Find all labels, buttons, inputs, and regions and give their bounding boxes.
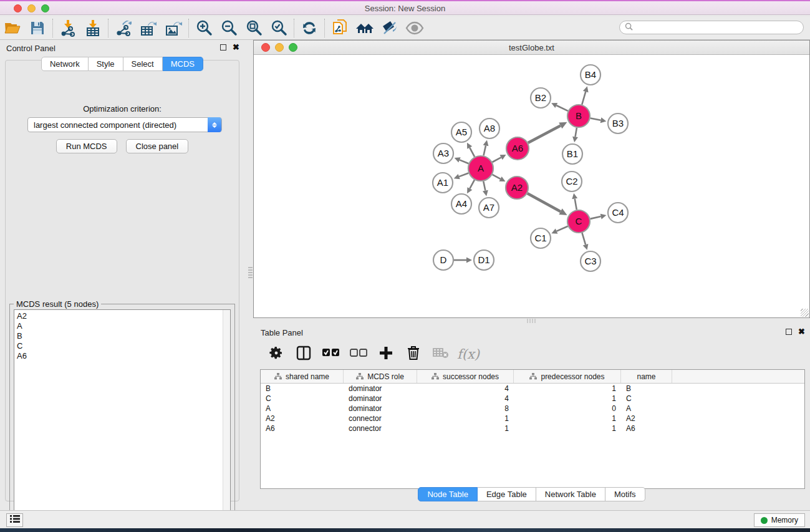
open-file-button[interactable] <box>0 18 25 38</box>
edge-A-A7[interactable] <box>483 181 485 191</box>
save-session-button[interactable] <box>25 18 50 38</box>
result-item[interactable]: B <box>17 331 230 341</box>
dropdown-stepper-icon[interactable] <box>208 117 221 132</box>
optimization-criterion-label: Optimization criterion: <box>6 104 239 114</box>
refresh-button[interactable] <box>297 18 322 38</box>
memory-button[interactable]: Memory <box>754 513 805 527</box>
delete-column-button[interactable] <box>403 344 424 365</box>
result-scrollbar[interactable] <box>223 310 230 511</box>
edge-B-B1[interactable] <box>576 128 577 137</box>
column-header-shared-name[interactable]: shared name <box>261 370 344 383</box>
edge-C-C3[interactable] <box>582 233 586 244</box>
show-all-button[interactable] <box>352 18 377 38</box>
table-cell: A6 <box>621 423 672 433</box>
edge-A-A8[interactable] <box>483 145 486 155</box>
control-panel-title: Control Panel <box>6 44 55 53</box>
edge-B-B3[interactable] <box>591 118 601 120</box>
open-folder-icon <box>4 21 21 36</box>
edge-A-A1[interactable] <box>459 173 468 177</box>
tab-style[interactable]: Style <box>89 57 123 71</box>
export-image-button[interactable] <box>161 18 186 38</box>
main-toolbar <box>0 17 810 40</box>
export-network-button[interactable] <box>111 18 136 38</box>
vertical-splitter-handle[interactable] <box>248 267 253 279</box>
toolbar-separator <box>324 19 325 37</box>
search-input[interactable] <box>633 23 803 32</box>
tab-node-table[interactable]: Node Table <box>418 487 478 501</box>
horizontal-splitter-handle[interactable] <box>527 319 536 323</box>
table-row[interactable]: Bdominator41B <box>261 384 804 394</box>
tab-network[interactable]: Network <box>41 57 89 71</box>
network-graph[interactable]: B4B2BB3A5A8A6B1A3AA1C2A2A4A7CC4C1C3DD1 <box>254 55 809 317</box>
toggle-view-button[interactable] <box>402 18 427 38</box>
column-header-name[interactable]: name <box>621 370 672 383</box>
table-cell: A <box>621 404 672 414</box>
tab-motifs[interactable]: Motifs <box>605 487 645 501</box>
duplicate-network-button[interactable] <box>327 18 352 38</box>
table-settings-button[interactable] <box>266 344 287 365</box>
hide-labels-button[interactable] <box>377 18 402 38</box>
export-table-button[interactable] <box>136 18 161 38</box>
run-mcds-button[interactable]: Run MCDS <box>56 139 117 153</box>
network-window-titlebar[interactable]: testGlobe.txt <box>254 41 809 55</box>
tab-network-table[interactable]: Network Table <box>536 487 605 501</box>
add-column-button[interactable] <box>375 344 397 365</box>
mcds-result-title: MCDS result (5 nodes) <box>14 299 101 309</box>
edge-A6-B[interactable] <box>528 125 561 143</box>
network-canvas[interactable]: B4B2BB3A5A8A6B1A3AA1C2A2A4A7CC4C1C3DD1 <box>254 55 809 317</box>
edge-B-B4[interactable] <box>582 92 586 105</box>
control-panel: Control Panel ✖ NetworkStyleSelectMCDS O… <box>0 40 244 506</box>
search-field[interactable] <box>619 21 804 34</box>
table-row[interactable]: A2connector11A2 <box>261 414 804 423</box>
close-panel-icon[interactable]: ✖ <box>233 44 239 51</box>
float-table-panel-icon[interactable] <box>786 329 792 335</box>
task-history-button[interactable] <box>6 513 23 527</box>
import-table-button[interactable] <box>80 18 105 38</box>
edge-C-C1[interactable] <box>557 226 568 231</box>
node-label-D: D <box>440 254 447 265</box>
edge-C-C2[interactable] <box>575 199 577 210</box>
column-layout-button[interactable] <box>293 344 314 365</box>
tab-mcds[interactable]: MCDS <box>163 57 203 71</box>
zoom-in-button[interactable] <box>191 18 216 38</box>
edge-A-A3[interactable] <box>460 160 469 163</box>
edge-A-A4[interactable] <box>470 180 475 188</box>
table-cell: 1 <box>514 384 621 394</box>
column-header-predecessor-nodes[interactable]: predecessor nodes <box>514 370 621 383</box>
float-panel-icon[interactable] <box>220 44 226 51</box>
result-item[interactable]: C <box>17 341 230 351</box>
tab-select[interactable]: Select <box>123 57 163 71</box>
import-network-button[interactable] <box>55 18 80 38</box>
edge-A-A6[interactable] <box>492 157 501 162</box>
zoom-selected-button[interactable] <box>266 18 291 38</box>
optimization-criterion-dropdown[interactable]: largest connected component (directed) <box>27 117 222 132</box>
table-cell: dominator <box>344 404 417 414</box>
deselect-all-rows-button[interactable] <box>348 344 369 365</box>
result-item[interactable]: A <box>17 321 230 331</box>
table-row[interactable]: A6connector11A6 <box>261 423 804 433</box>
select-all-rows-button[interactable] <box>321 344 342 365</box>
edge-C-C4[interactable] <box>591 216 601 219</box>
edge-B-B2[interactable] <box>556 105 568 111</box>
table-cell: 1 <box>514 394 621 404</box>
resize-grip-icon[interactable] <box>801 309 809 317</box>
close-table-panel-icon[interactable]: ✖ <box>798 329 805 335</box>
status-bar: Memory <box>0 510 810 528</box>
edge-A-A5[interactable] <box>470 148 475 157</box>
edge-A-A2[interactable] <box>493 175 501 179</box>
tab-edge-table[interactable]: Edge Table <box>478 487 536 501</box>
result-item[interactable]: A6 <box>17 351 230 361</box>
close-panel-button[interactable]: Close panel <box>126 139 189 153</box>
zoom-out-button[interactable] <box>216 18 241 38</box>
mcds-result-list[interactable]: A2ABCA6 <box>14 309 231 511</box>
column-header-successor-nodes[interactable]: successor nodes <box>417 370 514 383</box>
desktop-wallpaper-strip <box>0 528 810 532</box>
label-tag-icon <box>380 20 399 36</box>
column-header-MCDS-role[interactable]: MCDS role <box>344 370 417 383</box>
edge-A2-C[interactable] <box>528 193 561 211</box>
zoom-fit-button[interactable] <box>241 18 266 38</box>
table-row[interactable]: Adominator80A <box>261 404 804 414</box>
table-row[interactable]: Cdominator41C <box>261 394 804 404</box>
delete-table-icon <box>433 347 449 362</box>
result-item[interactable]: A2 <box>17 311 230 321</box>
